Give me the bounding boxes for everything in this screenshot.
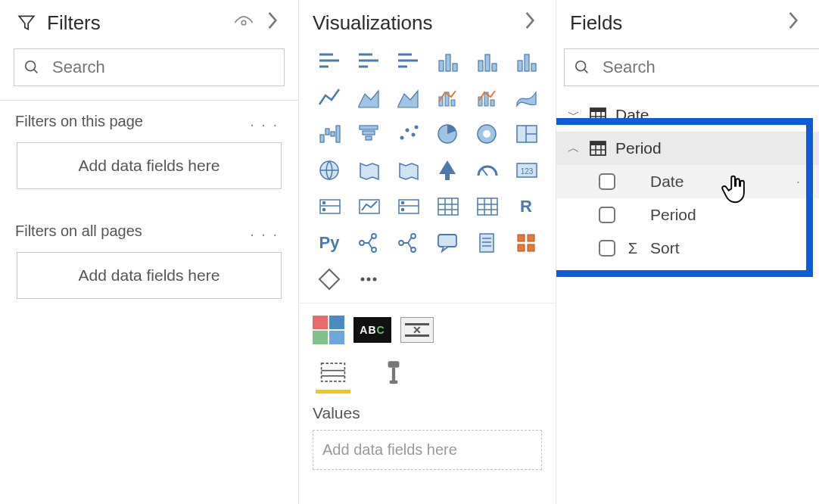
- field-more-icon[interactable]: · ·: [796, 174, 810, 190]
- viz-r-visual[interactable]: R: [509, 191, 543, 222]
- viz-clustered-bar[interactable]: [352, 45, 385, 77]
- viz-kpi[interactable]: [352, 191, 385, 222]
- svg-rect-88: [392, 368, 395, 382]
- fields-search[interactable]: [564, 48, 819, 86]
- filters-this-page-more-icon[interactable]: . . .: [245, 111, 283, 132]
- field-row[interactable]: Period: [556, 198, 819, 232]
- viz-funnel[interactable]: [352, 118, 385, 150]
- svg-rect-97: [590, 142, 606, 145]
- svg-rect-25: [490, 100, 494, 106]
- viz-pie[interactable]: [431, 118, 464, 150]
- svg-rect-31: [363, 131, 375, 135]
- sigma-icon: Σ: [626, 240, 640, 257]
- field-name: Date: [650, 173, 684, 191]
- checkbox[interactable]: [599, 207, 615, 223]
- viz-table[interactable]: [431, 191, 464, 222]
- viz-shape-map[interactable]: [391, 154, 425, 186]
- checkbox[interactable]: [599, 240, 615, 257]
- viz-ribbon[interactable]: [509, 82, 543, 114]
- color-theme-icon[interactable]: [313, 316, 344, 344]
- viz-more[interactable]: [352, 263, 385, 295]
- svg-point-54: [401, 201, 403, 204]
- search-icon: [23, 59, 40, 76]
- filters-all-pages-more-icon[interactable]: . . .: [245, 221, 283, 241]
- viz-scatter[interactable]: [391, 118, 425, 150]
- svg-rect-84: [322, 363, 345, 381]
- table-icon: [590, 141, 606, 156]
- svg-point-83: [373, 278, 377, 282]
- drill-mode-icon[interactable]: ✕: [400, 317, 434, 343]
- viz-stacked-area[interactable]: [391, 82, 425, 114]
- svg-rect-30: [360, 126, 378, 129]
- chevron-down-icon: ﹀: [567, 107, 581, 123]
- collapse-fields-icon[interactable]: [783, 11, 804, 35]
- viz-multi-row-card[interactable]: [313, 191, 346, 222]
- svg-rect-17: [518, 61, 522, 71]
- viz-line[interactable]: [313, 82, 346, 114]
- checkbox[interactable]: [599, 173, 615, 190]
- table-row[interactable]: ︿Period: [556, 132, 819, 165]
- svg-rect-87: [388, 361, 400, 368]
- filters-all-pages-drop[interactable]: Add data fields here: [17, 252, 282, 299]
- filters-search-input[interactable]: [51, 57, 275, 78]
- visualizations-pane: Visualizations 123RPy ABC ✕: [299, 0, 556, 504]
- eye-icon[interactable]: [233, 15, 254, 30]
- viz-area[interactable]: [352, 82, 385, 114]
- filters-search[interactable]: [14, 48, 285, 86]
- viz-stacked-column[interactable]: [470, 45, 503, 77]
- collapse-filters-icon[interactable]: [262, 11, 283, 35]
- svg-rect-14: [478, 61, 483, 71]
- tab-format[interactable]: [376, 359, 411, 394]
- viz-donut[interactable]: [470, 118, 503, 150]
- svg-rect-89: [390, 381, 398, 384]
- conditional-format-icon[interactable]: ABC: [353, 317, 391, 343]
- svg-rect-12: [446, 54, 450, 71]
- viz-qa[interactable]: [431, 227, 464, 259]
- values-drop[interactable]: Add data fields here: [313, 430, 542, 470]
- viz-treemap[interactable]: [509, 118, 543, 150]
- viz-key-influencers[interactable]: [352, 227, 385, 259]
- viz-line-stacked-column[interactable]: [470, 82, 503, 114]
- svg-rect-27: [325, 129, 329, 135]
- collapse-visualizations-icon[interactable]: [519, 11, 540, 35]
- viz-card[interactable]: 123: [509, 154, 543, 186]
- svg-rect-32: [366, 136, 372, 140]
- svg-point-69: [399, 241, 403, 245]
- viz-power-automate[interactable]: [313, 263, 346, 295]
- svg-rect-77: [518, 235, 525, 241]
- filters-this-page-drop[interactable]: Add data fields here: [17, 142, 282, 189]
- svg-rect-92: [590, 108, 606, 112]
- viz-line-clustered-column[interactable]: [431, 82, 464, 114]
- viz-tab-row: [299, 350, 556, 394]
- viz-stacked-100-column[interactable]: [509, 45, 543, 77]
- tab-fields[interactable]: [316, 359, 350, 394]
- viz-paginated[interactable]: [470, 227, 503, 259]
- table-icon: [590, 107, 606, 123]
- svg-rect-16: [492, 64, 497, 71]
- table-row[interactable]: ﹀Date: [556, 98, 819, 132]
- viz-stacked-bar[interactable]: [313, 45, 346, 77]
- fields-search-input[interactable]: [601, 57, 810, 78]
- viz-gauge[interactable]: [470, 154, 503, 186]
- viz-python-visual[interactable]: Py: [313, 227, 346, 259]
- field-row[interactable]: Date· ·: [556, 165, 819, 198]
- viz-filled-map[interactable]: [352, 154, 385, 186]
- svg-point-66: [360, 241, 364, 245]
- viz-clustered-column[interactable]: [431, 45, 464, 77]
- viz-matrix[interactable]: [470, 191, 503, 222]
- viz-azure-map[interactable]: [431, 154, 464, 186]
- viz-slicer[interactable]: [391, 191, 425, 222]
- svg-rect-11: [439, 61, 444, 71]
- viz-stacked-100-bar[interactable]: [391, 45, 425, 77]
- svg-point-35: [412, 133, 416, 137]
- viz-power-apps[interactable]: [509, 227, 543, 259]
- viz-waterfall[interactable]: [313, 118, 346, 150]
- field-row[interactable]: ΣSort: [556, 232, 819, 265]
- svg-rect-73: [480, 234, 494, 252]
- field-name: Period: [650, 206, 696, 224]
- values-label: Values: [299, 394, 556, 425]
- filters-header: Filters: [0, 0, 298, 45]
- viz-map[interactable]: [313, 154, 346, 186]
- viz-decomposition-tree[interactable]: [391, 227, 425, 259]
- svg-point-39: [483, 130, 490, 138]
